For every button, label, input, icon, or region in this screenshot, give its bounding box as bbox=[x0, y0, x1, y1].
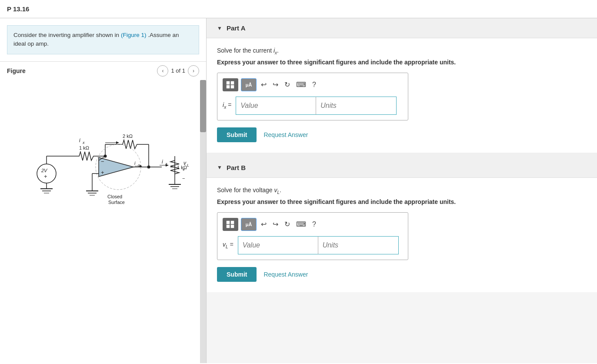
part-b-help-button[interactable]: ? bbox=[310, 220, 318, 229]
figure-link[interactable]: (Figure 1) bbox=[121, 32, 147, 38]
part-b-solve-text: Solve for the voltage vL. bbox=[217, 187, 587, 195]
part-b-refresh-button[interactable]: ↻ bbox=[283, 219, 292, 229]
part-separator bbox=[207, 153, 597, 158]
svg-text:+: + bbox=[44, 173, 47, 180]
svg-text:z: z bbox=[165, 162, 167, 166]
part-b-toolbar: μÅ ↩ ↪ ↻ ⌨ ? bbox=[223, 218, 403, 231]
svg-text:−: − bbox=[182, 176, 185, 181]
part-a-mu-button[interactable]: μÅ bbox=[241, 78, 257, 91]
part-a-submit-button[interactable]: Submit bbox=[217, 127, 257, 142]
main-layout: Consider the inverting amplifier shown i… bbox=[0, 18, 597, 363]
part-a-solve-text: Solve for the current ix. bbox=[217, 47, 587, 55]
svg-text:2 kΩ: 2 kΩ bbox=[123, 134, 133, 139]
figure-nav: ‹ 1 of 1 › bbox=[157, 65, 199, 77]
figure-counter: 1 of 1 bbox=[171, 67, 185, 74]
svg-text:+: + bbox=[182, 167, 185, 172]
part-b-section: ▼ Part B Solve for the voltage vL. Expre… bbox=[207, 158, 597, 292]
part-b-var: vL bbox=[274, 187, 280, 194]
part-a-chevron-icon: ▼ bbox=[217, 25, 222, 31]
part-b-undo-button[interactable]: ↩ bbox=[259, 219, 268, 229]
svg-text:+: + bbox=[101, 169, 104, 176]
page-title: P 13.16 bbox=[0, 0, 597, 18]
grid-icon-b bbox=[226, 220, 235, 228]
part-a-action-row: Submit Request Answer bbox=[217, 127, 587, 142]
part-a-answer-box: μÅ ↩ ↪ ↻ ⌨ ? ix = bbox=[217, 73, 408, 120]
part-a-solve-prefix: Solve for the current bbox=[217, 47, 273, 54]
part-a-body: Solve for the current ix. Express your a… bbox=[207, 38, 597, 153]
svg-text:Closed: Closed bbox=[107, 194, 122, 199]
part-a-request-link[interactable]: Request Answer bbox=[263, 131, 308, 138]
part-b-redo-button[interactable]: ↪ bbox=[271, 219, 280, 229]
svg-marker-17 bbox=[116, 141, 119, 144]
part-a-grid-button[interactable] bbox=[223, 78, 238, 91]
part-a-value-input[interactable] bbox=[236, 97, 316, 115]
svg-text:Surface: Surface bbox=[108, 200, 125, 205]
part-b-answer-box: μÅ ↩ ↪ ↻ ⌨ ? vL = bbox=[217, 212, 408, 260]
part-a-header[interactable]: ▼ Part A bbox=[207, 18, 597, 38]
svg-rect-60 bbox=[231, 221, 234, 224]
figure-header: Figure ‹ 1 of 1 › bbox=[0, 61, 206, 80]
svg-rect-59 bbox=[227, 221, 230, 224]
svg-rect-61 bbox=[227, 225, 230, 228]
description-text: Consider the inverting amplifier shown i… bbox=[13, 32, 119, 38]
svg-text:1 kΩ: 1 kΩ bbox=[79, 145, 89, 150]
part-b-value-input[interactable] bbox=[238, 236, 318, 254]
part-b-action-row: Submit Request Answer bbox=[217, 267, 587, 282]
svg-rect-55 bbox=[227, 81, 230, 84]
part-b-keyboard-button[interactable]: ⌨ bbox=[294, 219, 308, 229]
part-a-section: ▼ Part A Solve for the current ix. Expre… bbox=[207, 18, 597, 153]
scroll-bar[interactable] bbox=[200, 80, 206, 364]
left-panel: Consider the inverting amplifier shown i… bbox=[0, 18, 207, 363]
part-b-mu-button[interactable]: μÅ bbox=[241, 218, 257, 231]
circuit-diagram: 2V + 1 kΩ bbox=[12, 80, 194, 210]
part-b-body: Solve for the voltage vL. Express your a… bbox=[207, 178, 597, 292]
part-b-submit-button[interactable]: Submit bbox=[217, 267, 257, 282]
svg-text:−: − bbox=[101, 158, 104, 165]
part-a-express-text: Express your answer to three significant… bbox=[217, 59, 587, 66]
svg-text:L: L bbox=[187, 163, 189, 167]
grid-icon bbox=[226, 81, 235, 89]
svg-rect-58 bbox=[231, 85, 234, 88]
part-b-grid-button[interactable] bbox=[223, 218, 238, 231]
right-panel: ▼ Part A Solve for the current ix. Expre… bbox=[207, 18, 597, 363]
part-b-var-label: vL = bbox=[223, 241, 233, 249]
svg-rect-62 bbox=[231, 225, 234, 228]
svg-text:2V: 2V bbox=[41, 168, 48, 173]
part-a-help-button[interactable]: ? bbox=[310, 80, 318, 90]
part-b-units-input[interactable] bbox=[318, 236, 399, 254]
part-a-input-row: ix = bbox=[223, 97, 403, 115]
figure-prev-button[interactable]: ‹ bbox=[157, 65, 168, 77]
svg-rect-57 bbox=[227, 85, 230, 88]
svg-text:i: i bbox=[134, 160, 136, 166]
svg-rect-56 bbox=[231, 81, 234, 84]
figure-title: Figure bbox=[7, 67, 26, 74]
part-a-var-label: ix = bbox=[223, 101, 231, 110]
svg-text:i: i bbox=[79, 137, 80, 144]
part-b-header[interactable]: ▼ Part B bbox=[207, 158, 597, 178]
part-a-label: Part A bbox=[227, 24, 246, 32]
part-b-chevron-icon: ▼ bbox=[217, 164, 222, 170]
figure-next-button[interactable]: › bbox=[188, 65, 199, 77]
part-a-var: ix bbox=[273, 47, 277, 54]
part-b-request-link[interactable]: Request Answer bbox=[263, 271, 308, 278]
scroll-thumb[interactable] bbox=[200, 80, 206, 132]
part-b-solve-prefix: Solve for the voltage bbox=[217, 187, 274, 194]
part-a-keyboard-button[interactable]: ⌨ bbox=[294, 80, 308, 90]
svg-text:i: i bbox=[162, 159, 163, 165]
part-b-label: Part B bbox=[227, 164, 246, 171]
figure-area: 2V + 1 kΩ bbox=[0, 80, 206, 364]
part-a-undo-button[interactable]: ↩ bbox=[259, 80, 268, 90]
svg-text:v: v bbox=[183, 160, 187, 166]
svg-text:x: x bbox=[82, 140, 85, 145]
part-b-express-text: Express your answer to three significant… bbox=[217, 198, 587, 205]
part-a-refresh-button[interactable]: ↻ bbox=[283, 80, 292, 90]
problem-description: Consider the inverting amplifier shown i… bbox=[7, 25, 199, 54]
part-b-input-row: vL = bbox=[223, 236, 403, 254]
part-a-redo-button[interactable]: ↪ bbox=[271, 80, 280, 90]
part-a-toolbar: μÅ ↩ ↪ ↻ ⌨ ? bbox=[223, 78, 403, 91]
part-a-units-input[interactable] bbox=[316, 97, 397, 115]
